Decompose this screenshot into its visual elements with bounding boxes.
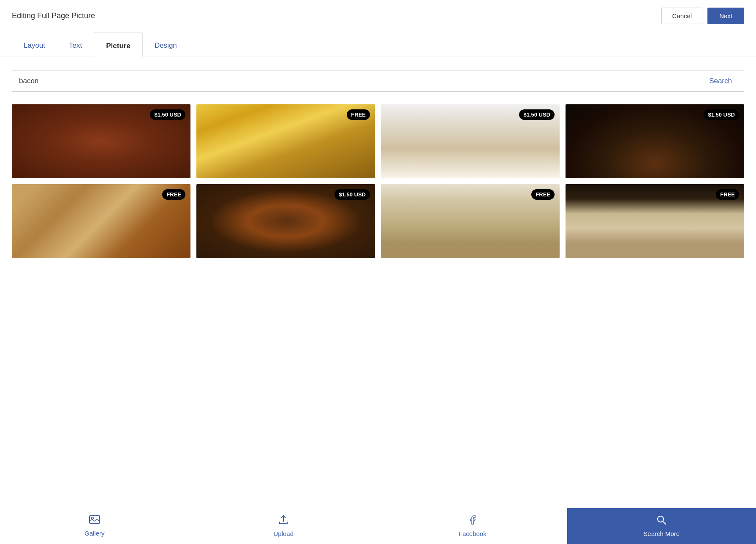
tab-picture[interactable]: Picture [94,32,143,57]
image-grid: $1.50 USD FREE $1.50 USD $1.50 USD FREE … [0,100,756,267]
image-card-6[interactable]: $1.50 USD [196,184,375,258]
price-badge-2: FREE [347,109,370,120]
search-bar: Search [12,71,744,92]
header-buttons: Cancel Next [661,8,744,24]
price-badge-8: FREE [716,189,739,200]
tab-layout[interactable]: Layout [12,32,57,57]
price-badge-1: $1.50 USD [150,109,185,120]
tab-text[interactable]: Text [57,32,94,57]
image-card-4[interactable]: $1.50 USD [566,104,744,178]
tabs: Layout Text Picture Design [0,32,756,57]
price-badge-3: $1.50 USD [519,109,555,120]
search-button[interactable]: Search [697,71,744,91]
price-badge-4: $1.50 USD [704,109,739,120]
content-area: Search $1.50 USD FREE $1.50 USD $1.50 US… [0,57,756,300]
image-card-8[interactable]: FREE [566,184,744,258]
search-container: Search [0,57,756,100]
next-button[interactable]: Next [707,8,744,24]
image-card-3[interactable]: $1.50 USD [381,104,560,178]
price-badge-7: FREE [531,189,555,200]
image-card-2[interactable]: FREE [196,104,375,178]
image-card-1[interactable]: $1.50 USD [12,104,190,178]
page-title: Editing Full Page Picture [12,11,95,20]
tab-design[interactable]: Design [143,32,189,57]
image-card-7[interactable]: FREE [381,184,560,258]
search-input[interactable] [12,71,697,91]
image-card-5[interactable]: FREE [12,184,190,258]
header: Editing Full Page Picture Cancel Next [0,0,756,32]
price-badge-5: FREE [162,189,185,200]
price-badge-6: $1.50 USD [334,189,370,200]
cancel-button[interactable]: Cancel [661,8,702,24]
